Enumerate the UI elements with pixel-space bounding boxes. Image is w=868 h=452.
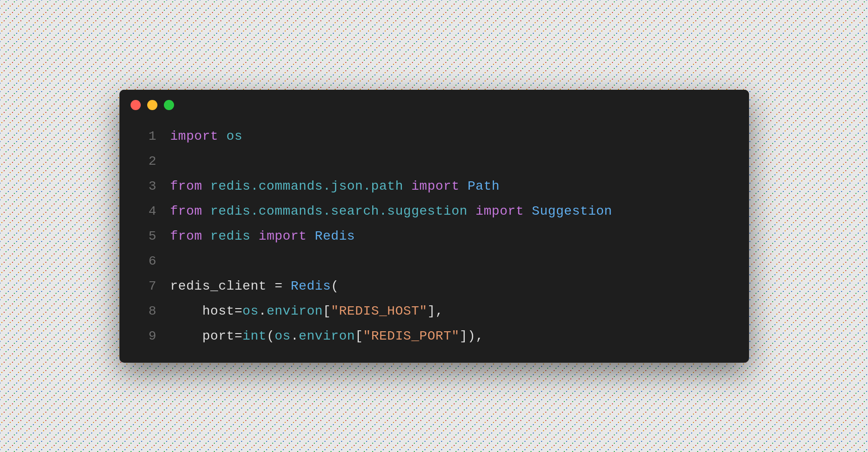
line-number-5: 5 — [138, 227, 156, 246]
maximize-button[interactable] — [164, 100, 174, 110]
line-number-3: 3 — [138, 177, 156, 196]
line-number-4: 4 — [138, 202, 156, 221]
code-text-5: from redis import Redis — [170, 227, 355, 246]
code-text-1: import os — [170, 127, 243, 146]
titlebar — [119, 90, 749, 115]
line-number-6: 6 — [138, 252, 156, 271]
line-number-9: 9 — [138, 327, 156, 346]
close-button[interactable] — [131, 100, 141, 110]
code-text-4: from redis.commands.search.suggestion im… — [170, 202, 612, 221]
line-number-1: 1 — [138, 127, 156, 146]
code-text-8: host=os.environ["REDIS_HOST"], — [170, 302, 443, 321]
code-content: 1 import os 2 3 from redis.commands.json… — [119, 115, 749, 363]
code-text-3: from redis.commands.json.path import Pat… — [170, 177, 500, 196]
line-number-2: 2 — [138, 152, 156, 171]
code-line-4: 4 from redis.commands.search.suggestion … — [119, 199, 749, 224]
code-line-1: 1 import os — [119, 124, 749, 149]
code-window: 1 import os 2 3 from redis.commands.json… — [119, 90, 749, 363]
code-line-2: 2 — [119, 149, 749, 174]
code-line-3: 3 from redis.commands.json.path import P… — [119, 174, 749, 199]
minimize-button[interactable] — [147, 100, 157, 110]
line-number-8: 8 — [138, 302, 156, 321]
code-editor: 1 import os 2 3 from redis.commands.json… — [119, 124, 749, 349]
code-line-7: 7 redis_client = Redis( — [119, 274, 749, 299]
code-text-7: redis_client = Redis( — [170, 277, 339, 296]
code-line-9: 9 port=int(os.environ["REDIS_PORT"]), — [119, 324, 749, 349]
code-line-6: 6 — [119, 249, 749, 274]
code-line-8: 8 host=os.environ["REDIS_HOST"], — [119, 299, 749, 324]
line-number-7: 7 — [138, 277, 156, 296]
code-text-9: port=int(os.environ["REDIS_PORT"]), — [170, 327, 484, 346]
code-line-5: 5 from redis import Redis — [119, 224, 749, 249]
